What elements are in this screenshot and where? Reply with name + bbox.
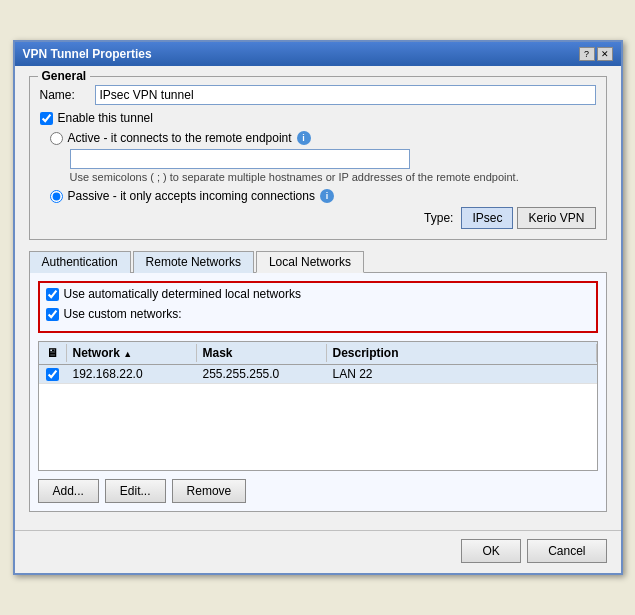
- hint-text: Use semicolons ( ; ) to separate multipl…: [70, 171, 596, 183]
- row-checkbox-cell: [39, 365, 67, 383]
- local-networks-tab-content: Use automatically determined local netwo…: [29, 273, 607, 512]
- type-label: Type:: [424, 211, 453, 225]
- vpn-tunnel-dialog: VPN Tunnel Properties ? ✕ General Name: …: [13, 40, 623, 575]
- active-info-icon[interactable]: i: [297, 131, 311, 145]
- col-description[interactable]: Description: [327, 344, 597, 362]
- add-button[interactable]: Add...: [38, 479, 99, 503]
- edit-button[interactable]: Edit...: [105, 479, 166, 503]
- name-label: Name:: [40, 88, 95, 102]
- auto-networks-row: Use automatically determined local netwo…: [46, 287, 590, 301]
- table-action-buttons: Add... Edit... Remove: [38, 479, 598, 503]
- network-header-icon: 🖥: [45, 346, 59, 360]
- help-button[interactable]: ?: [579, 47, 595, 61]
- active-radio-label: Active - it connects to the remote endpo…: [68, 131, 292, 145]
- custom-networks-checkbox[interactable]: [46, 308, 59, 321]
- row-network: 192.168.22.0: [67, 365, 197, 383]
- title-bar: VPN Tunnel Properties ? ✕: [15, 42, 621, 66]
- tabs: Authentication Remote Networks Local Net…: [29, 250, 607, 273]
- title-bar-buttons: ? ✕: [579, 47, 613, 61]
- name-row: Name:: [40, 85, 596, 105]
- col-checkbox: 🖥: [39, 344, 67, 362]
- name-input[interactable]: [95, 85, 596, 105]
- dialog-content: General Name: Enable this tunnel Active …: [15, 66, 621, 530]
- table-row: 192.168.22.0 255.255.255.0 LAN 22: [39, 365, 597, 384]
- col-network[interactable]: Network ▲: [67, 344, 197, 362]
- ok-button[interactable]: OK: [461, 539, 521, 563]
- passive-radio-row: Passive - it only accepts incoming conne…: [50, 189, 596, 203]
- col-mask[interactable]: Mask: [197, 344, 327, 362]
- auto-networks-checkbox[interactable]: [46, 288, 59, 301]
- custom-networks-label: Use custom networks:: [64, 307, 182, 321]
- passive-radio[interactable]: [50, 190, 63, 203]
- sort-arrow-icon: ▲: [123, 349, 132, 359]
- cancel-button[interactable]: Cancel: [527, 539, 606, 563]
- highlighted-options: Use automatically determined local netwo…: [38, 281, 598, 333]
- enable-checkbox[interactable]: [40, 112, 53, 125]
- row-mask: 255.255.255.0: [197, 365, 327, 383]
- active-radio-row: Active - it connects to the remote endpo…: [50, 131, 596, 145]
- dialog-footer: OK Cancel: [15, 530, 621, 573]
- passive-info-icon[interactable]: i: [320, 189, 334, 203]
- remove-button[interactable]: Remove: [172, 479, 247, 503]
- passive-radio-label: Passive - it only accepts incoming conne…: [68, 189, 315, 203]
- auto-networks-label: Use automatically determined local netwo…: [64, 287, 301, 301]
- ipsec-type-button[interactable]: IPsec: [461, 207, 513, 229]
- type-row: Type: IPsec Kerio VPN: [40, 207, 596, 229]
- kerio-vpn-type-button[interactable]: Kerio VPN: [517, 207, 595, 229]
- endpoint-input[interactable]: [70, 149, 410, 169]
- table-header: 🖥 Network ▲ Mask Description: [39, 342, 597, 365]
- close-button[interactable]: ✕: [597, 47, 613, 61]
- custom-networks-row: Use custom networks:: [46, 307, 590, 321]
- active-section: Active - it connects to the remote endpo…: [50, 131, 596, 203]
- row-description: LAN 22: [327, 365, 597, 383]
- general-group: General Name: Enable this tunnel Active …: [29, 76, 607, 240]
- tabs-container: Authentication Remote Networks Local Net…: [29, 250, 607, 512]
- active-radio[interactable]: [50, 132, 63, 145]
- row-enable-checkbox[interactable]: [46, 368, 59, 381]
- dialog-title: VPN Tunnel Properties: [23, 47, 152, 61]
- general-label: General: [38, 69, 91, 83]
- tab-remote-networks[interactable]: Remote Networks: [133, 251, 254, 273]
- networks-table: 🖥 Network ▲ Mask Description 192.168.22.…: [38, 341, 598, 471]
- tab-local-networks[interactable]: Local Networks: [256, 251, 364, 273]
- enable-label: Enable this tunnel: [58, 111, 153, 125]
- enable-checkbox-row: Enable this tunnel: [40, 111, 596, 125]
- tab-authentication[interactable]: Authentication: [29, 251, 131, 273]
